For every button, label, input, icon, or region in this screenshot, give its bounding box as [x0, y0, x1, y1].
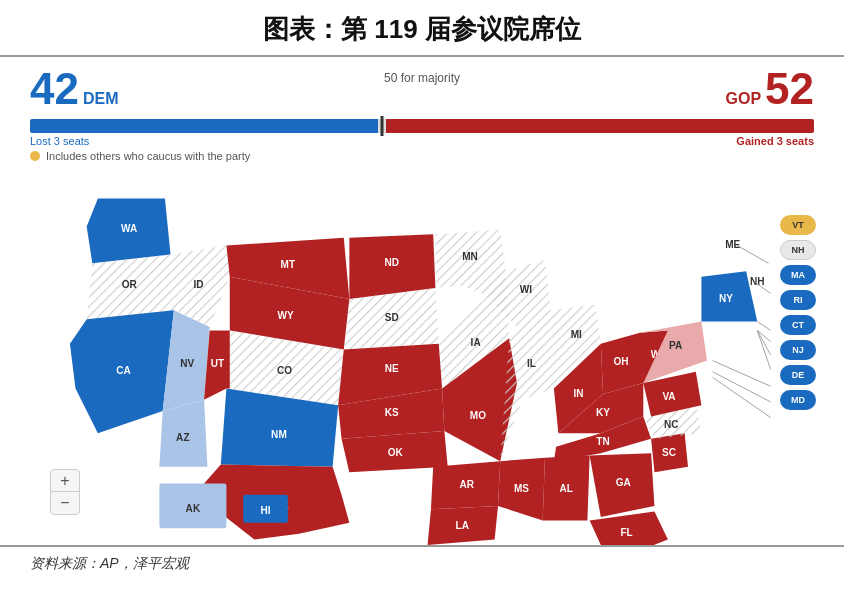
nh-connector [755, 282, 771, 293]
state-ri-circle: RI [780, 290, 816, 310]
state-ak [159, 484, 226, 529]
state-ri-row: RI [780, 290, 816, 310]
state-md-circle: MD [780, 390, 816, 410]
footer: 资料来源：AP，泽平宏观 [0, 545, 844, 581]
state-ct-row: CT [780, 315, 816, 335]
state-ma-circle: MA [780, 265, 816, 285]
state-nj-circle: NJ [780, 340, 816, 360]
gop-label: GOP [725, 90, 761, 108]
gop-bar [386, 119, 814, 133]
zoom-in-button[interactable]: + [51, 470, 79, 492]
gop-number: 52 [765, 67, 814, 111]
majority-marker [378, 119, 386, 133]
caucus-note: Includes others who caucus with the part… [0, 147, 844, 165]
zoom-controls: + − [50, 469, 80, 515]
nj-connector [713, 361, 771, 387]
state-md-row: MD [780, 390, 816, 410]
caucus-dot-icon [30, 151, 40, 161]
state-de-row: DE [780, 365, 816, 385]
state-nh-text: NH [750, 276, 765, 287]
ny-connector [757, 321, 770, 330]
dem-label: DEM [83, 90, 119, 108]
small-states-panel: VT NH MA RI CT NJ DE MD [780, 215, 816, 410]
state-hi [243, 495, 288, 523]
state-nh-circle: NH [780, 240, 816, 260]
state-nh-row: NH [780, 240, 816, 260]
lost-seats-label: Lost 3 seats [30, 135, 89, 147]
scoreboard: 42 DEM 50 for majority GOP 52 [0, 57, 844, 115]
zoom-out-button[interactable]: − [51, 492, 79, 514]
dem-score: 42 DEM [30, 67, 119, 111]
state-de-circle: DE [780, 365, 816, 385]
state-la [428, 506, 498, 545]
state-or [87, 254, 174, 319]
gained-seats-label: Gained 3 seats [736, 135, 814, 147]
dem-bar [30, 119, 378, 133]
us-map: WA OR CA ID NV AZ MT WY CO NM TX ND [20, 165, 824, 545]
state-vt-row: VT [780, 215, 816, 235]
us-map-container: WA OR CA ID NV AZ MT WY CO NM TX ND [20, 165, 824, 545]
state-nj-row: NJ [780, 340, 816, 360]
state-ma-row: MA [780, 265, 816, 285]
progress-bar [30, 119, 814, 133]
dem-number: 42 [30, 67, 79, 111]
state-ct-circle: CT [780, 315, 816, 335]
majority-label: 50 for majority [384, 71, 460, 85]
state-al [543, 456, 590, 521]
state-ny [701, 271, 757, 321]
state-vt-circle: VT [780, 215, 816, 235]
state-sc [651, 433, 688, 472]
state-ar [431, 461, 500, 509]
state-ms [498, 458, 545, 521]
state-nd [349, 234, 435, 299]
state-me-text: ME [725, 239, 740, 250]
me-connector [737, 245, 768, 263]
state-wa [87, 199, 171, 264]
state-ca [70, 310, 174, 433]
gop-score: GOP 52 [725, 67, 814, 111]
page-title: 图表：第 119 届参议院席位 [0, 0, 844, 57]
state-ga [590, 453, 655, 517]
seats-labels: Lost 3 seats Gained 3 seats [0, 133, 844, 147]
